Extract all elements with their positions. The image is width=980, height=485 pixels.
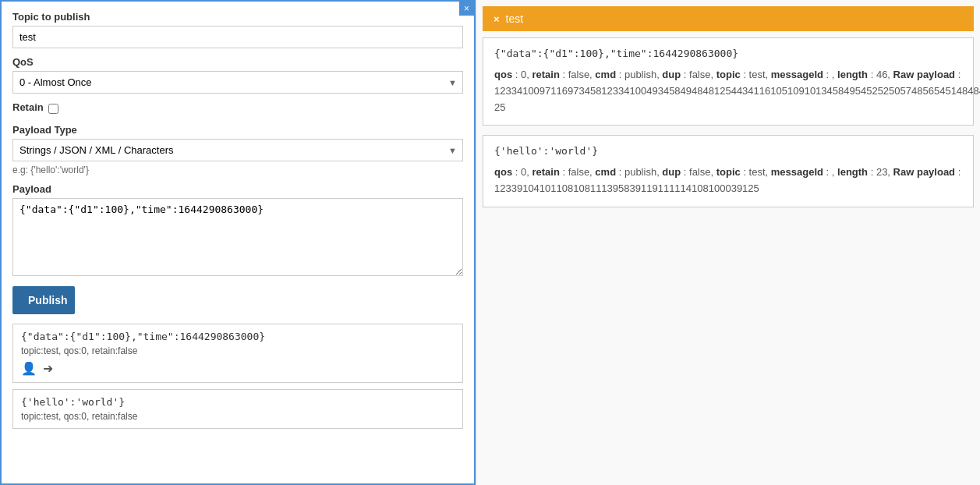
payload-type-label: Payload Type [12,124,463,136]
right-message-2-meta: qos : 0, retain : false, cmd : publish, … [494,165,962,197]
payload-type-select[interactable]: Strings / JSON / XML / Characters Base64… [12,139,463,161]
message-card-2-payload: {'hello':'world'} [21,396,455,408]
right-messages: {"data":{"d1":100},"time":1644290863000}… [476,37,980,207]
payload-type-field-group: Payload Type Strings / JSON / XML / Char… [12,124,463,175]
qos-select[interactable]: 0 - Almost Once 1 - At Least Once 2 - Ex… [12,71,463,94]
topic-field-group: Topic to publish [12,11,463,48]
right-message-1: {"data":{"d1":100},"time":1644290863000}… [483,37,974,126]
retain-checkbox[interactable] [48,104,58,114]
qos-select-wrapper: 0 - Almost Once 1 - At Least Once 2 - Ex… [12,71,463,94]
message-card-1-payload: {"data":{"d1":100},"time":1644290863000} [21,331,455,342]
publish-button[interactable]: Publish [12,286,75,314]
retain-label: Retain [12,101,44,113]
forward-icon[interactable]: ➜ [43,361,53,376]
retain-field-group: Retain [12,101,463,116]
payload-type-select-wrapper: Strings / JSON / XML / Characters Base64… [12,139,463,161]
topic-header: × test [483,6,974,31]
payload-label: Payload [12,183,463,195]
right-panel: × test {"data":{"d1":100},"time":1644290… [476,0,980,485]
payload-example-text: e.g: {'hello':'world'} [12,165,463,175]
close-button[interactable]: × [459,2,474,16]
qos-label: QoS [12,56,463,68]
right-message-2: {'hello':'world'} qos : 0, retain : fals… [483,135,974,207]
left-panel: × Topic to publish QoS 0 - Almost Once 1… [0,0,476,485]
payload-textarea[interactable]: {"data":{"d1":100},"time":1644290863000} [12,198,463,276]
topic-header-label: test [506,12,524,25]
republish-icon[interactable]: 👤 [21,361,37,376]
topic-close-icon[interactable]: × [494,13,500,25]
topic-label: Topic to publish [12,11,463,23]
message-card-1-meta: topic:test, qos:0, retain:false [21,345,455,356]
message-card-1: {"data":{"d1":100},"time":1644290863000}… [12,324,463,383]
right-message-1-meta: qos : 0, retain : false, cmd : publish, … [494,67,962,115]
message-card-2-meta: topic:test, qos:0, retain:false [21,411,455,422]
message-card-1-actions: 👤 ➜ [21,361,455,376]
right-message-2-payload: {'hello':'world'} [494,145,962,157]
right-message-1-payload: {"data":{"d1":100},"time":1644290863000} [494,48,962,59]
qos-field-group: QoS 0 - Almost Once 1 - At Least Once 2 … [12,56,463,94]
publish-button-row: Publish [12,286,463,314]
message-card-2: {'hello':'world'} topic:test, qos:0, ret… [12,389,463,429]
topic-input[interactable] [12,26,463,48]
payload-field-group: Payload {"data":{"d1":100},"time":164429… [12,183,463,278]
